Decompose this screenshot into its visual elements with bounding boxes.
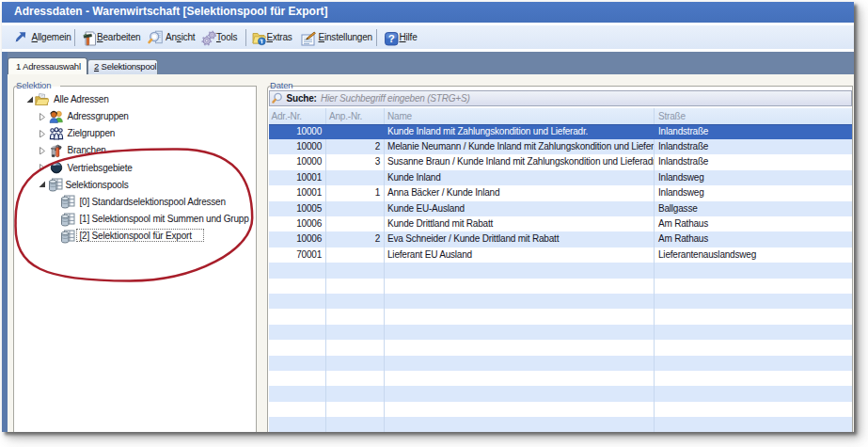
svg-text:?: ?	[388, 33, 395, 44]
